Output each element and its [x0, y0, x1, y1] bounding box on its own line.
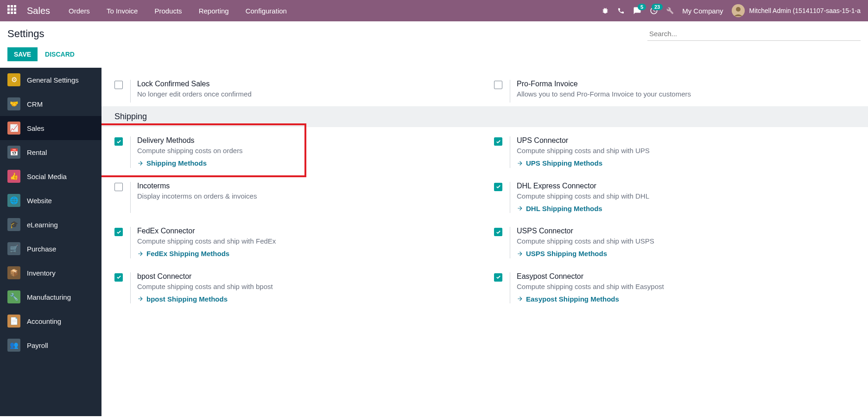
- company-name[interactable]: My Company: [682, 7, 723, 15]
- sidebar-item-general-settings[interactable]: ⚙ General Settings: [0, 68, 101, 92]
- sidebar-item-website[interactable]: 🌐 Website: [0, 188, 101, 212]
- setting-incoterms: Incoterms Display incoterms on orders & …: [114, 182, 475, 213]
- setting-link[interactable]: bpost Shipping Methods: [137, 295, 228, 303]
- nav-configuration[interactable]: Configuration: [246, 7, 287, 15]
- setting-link[interactable]: USPS Shipping Methods: [517, 250, 607, 257]
- avatar: [732, 4, 745, 17]
- setting-link[interactable]: Easypost Shipping Methods: [517, 295, 619, 303]
- sidebar-icon: 📄: [7, 315, 20, 328]
- setting-proforma: Pro-Forma Invoice Allows you to send Pro…: [494, 80, 855, 103]
- checkbox[interactable]: [494, 228, 502, 236]
- user-menu[interactable]: Mitchell Admin (15141107-saas-15-1-a: [732, 4, 861, 17]
- checkbox[interactable]: [494, 183, 502, 191]
- setting-link[interactable]: Shipping Methods: [137, 159, 207, 167]
- settings-sidebar: ⚙ General Settings 🤝 CRM 📈 Sales 📅 Renta…: [0, 68, 101, 416]
- search-input[interactable]: [647, 27, 861, 41]
- user-name: Mitchell Admin (15141107-saas-15-1-a: [749, 7, 861, 14]
- divider: [510, 80, 510, 103]
- activity-badge: 23: [652, 4, 663, 10]
- setting-delivery-methods: Delivery Methods Compute shipping costs …: [114, 136, 475, 168]
- setting-title: Incoterms: [137, 182, 475, 190]
- setting-title: USPS Connector: [517, 227, 855, 235]
- sidebar-label: Payroll: [27, 341, 48, 349]
- sidebar-item-sales[interactable]: 📈 Sales: [0, 116, 101, 140]
- breadcrumb-bar: Settings: [0, 21, 868, 45]
- sidebar-item-accounting[interactable]: 📄 Accounting: [0, 309, 101, 333]
- setting-title: DHL Express Connector: [517, 182, 855, 190]
- sidebar-icon: 🎓: [7, 218, 20, 231]
- setting-title: Lock Confirmed Sales: [137, 80, 475, 88]
- setting-title: UPS Connector: [517, 136, 855, 145]
- sidebar-icon: 🔧: [7, 290, 20, 303]
- messages-badge: 5: [638, 4, 646, 10]
- setting-desc: Compute shipping costs and ship with Fed…: [137, 237, 475, 245]
- messages-icon[interactable]: 5: [633, 6, 641, 15]
- setting-desc: Display incoterms on orders & invoices: [137, 192, 475, 200]
- setting-title: Delivery Methods: [137, 136, 475, 145]
- action-bar: SAVE DISCARD: [0, 45, 868, 68]
- sidebar-item-social-media[interactable]: 👍 Social Media: [0, 164, 101, 188]
- setting-desc: Compute shipping costs and ship with DHL: [517, 192, 855, 200]
- setting-link[interactable]: FedEx Shipping Methods: [137, 250, 229, 257]
- divider: [510, 182, 510, 213]
- divider: [130, 272, 131, 304]
- sidebar-label: Social Media: [27, 173, 67, 180]
- sidebar-item-elearning[interactable]: 🎓 eLearning: [0, 212, 101, 237]
- sidebar-item-manufacturing[interactable]: 🔧 Manufacturing: [0, 285, 101, 309]
- sidebar-icon: 🌐: [7, 194, 20, 207]
- settings-content: Lock Confirmed Sales No longer edit orde…: [101, 68, 868, 416]
- setting-desc: Compute shipping costs and ship with Eas…: [517, 283, 855, 290]
- setting-desc: Compute shipping costs on orders: [137, 147, 475, 154]
- checkbox-lock-confirmed[interactable]: [114, 81, 123, 89]
- sidebar-icon: 👥: [7, 339, 20, 352]
- setting-bpost-connector: bpost Connector Compute shipping costs a…: [114, 272, 475, 304]
- activity-icon[interactable]: 23: [650, 6, 658, 15]
- sidebar-item-rental[interactable]: 📅 Rental: [0, 140, 101, 164]
- checkbox-proforma[interactable]: [494, 81, 502, 89]
- nav-reporting[interactable]: Reporting: [199, 7, 229, 15]
- sidebar-item-inventory[interactable]: 📦 Inventory: [0, 261, 101, 285]
- app-brand[interactable]: Sales: [27, 6, 50, 16]
- setting-link[interactable]: DHL Shipping Methods: [517, 205, 602, 212]
- divider: [510, 227, 510, 258]
- phone-icon[interactable]: [617, 7, 625, 14]
- checkbox[interactable]: [114, 273, 123, 282]
- apps-icon[interactable]: [7, 5, 19, 16]
- divider: [510, 136, 510, 168]
- nav-orders[interactable]: Orders: [69, 7, 90, 15]
- tools-icon[interactable]: [666, 7, 674, 14]
- checkbox[interactable]: [114, 183, 123, 191]
- sidebar-label: Website: [27, 197, 52, 205]
- setting-desc: Compute shipping costs and ship with UPS: [517, 147, 855, 154]
- setting-link[interactable]: UPS Shipping Methods: [517, 159, 602, 167]
- nav-to-invoice[interactable]: To Invoice: [107, 7, 138, 15]
- sidebar-item-crm[interactable]: 🤝 CRM: [0, 92, 101, 116]
- setting-lock-confirmed: Lock Confirmed Sales No longer edit orde…: [114, 80, 475, 103]
- svg-point-1: [736, 7, 741, 12]
- divider: [130, 227, 131, 258]
- sidebar-item-payroll[interactable]: 👥 Payroll: [0, 333, 101, 357]
- setting-desc: No longer edit orders once confirmed: [137, 90, 475, 98]
- bug-icon[interactable]: [602, 7, 609, 14]
- setting-dhl-express-connector: DHL Express Connector Compute shipping c…: [494, 182, 855, 213]
- save-button[interactable]: SAVE: [7, 47, 38, 61]
- setting-ups-connector: UPS Connector Compute shipping costs and…: [494, 136, 855, 168]
- sidebar-icon: 📦: [7, 266, 20, 279]
- sidebar-icon: 🤝: [7, 97, 20, 110]
- checkbox[interactable]: [494, 273, 502, 282]
- setting-title: Pro-Forma Invoice: [517, 80, 855, 88]
- setting-usps-connector: USPS Connector Compute shipping costs an…: [494, 227, 855, 258]
- sidebar-label: Sales: [27, 124, 44, 132]
- sidebar-label: Inventory: [27, 269, 56, 277]
- discard-button[interactable]: DISCARD: [45, 51, 75, 58]
- checkbox[interactable]: [114, 228, 123, 236]
- setting-desc: Compute shipping costs and ship with bpo…: [137, 283, 475, 290]
- checkbox[interactable]: [114, 137, 123, 146]
- navbar-menu: Orders To Invoice Products Reporting Con…: [69, 7, 602, 15]
- setting-easypost-connector: Easypost Connector Compute shipping cost…: [494, 272, 855, 304]
- checkbox[interactable]: [494, 137, 502, 146]
- setting-title: Easypost Connector: [517, 272, 855, 281]
- sidebar-item-purchase[interactable]: 🛒 Purchase: [0, 237, 101, 261]
- nav-products[interactable]: Products: [154, 7, 182, 15]
- divider: [130, 80, 131, 103]
